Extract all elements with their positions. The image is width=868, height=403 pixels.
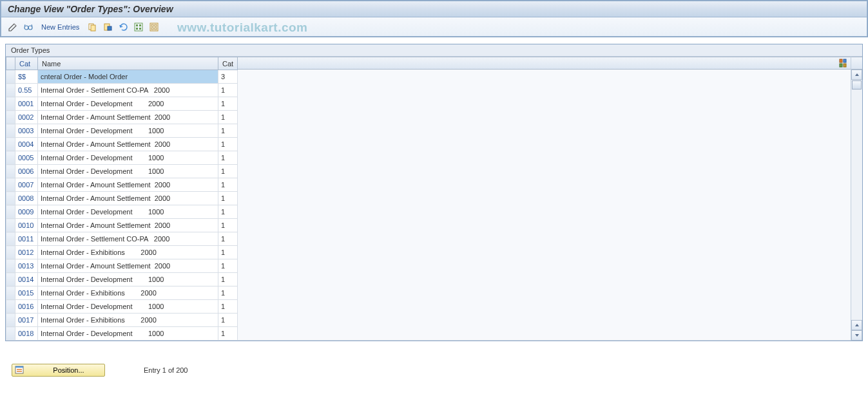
cell-cat[interactable]: 0007 bbox=[15, 178, 38, 192]
cell-cat[interactable]: 0005 bbox=[15, 151, 38, 165]
cell-cat[interactable]: $$ bbox=[15, 70, 38, 84]
cell-cat[interactable]: 0015 bbox=[15, 286, 38, 300]
table-row[interactable]: 0012Internal Order - Exhibitions 20001 bbox=[6, 246, 238, 259]
column-header-name[interactable]: Name bbox=[38, 57, 218, 70]
cell-name[interactable]: cnteral Order - Model Order bbox=[38, 70, 218, 84]
row-selector-header[interactable] bbox=[6, 57, 15, 70]
cell-name[interactable]: Internal Order - Amount Settlement 2000 bbox=[38, 138, 218, 151]
deselect-all-icon[interactable] bbox=[148, 21, 160, 33]
row-selector[interactable] bbox=[6, 232, 15, 246]
cell-name[interactable]: Internal Order - Amount Settlement 2000 bbox=[38, 259, 218, 273]
table-row[interactable]: 0005Internal Order - Development 10001 bbox=[6, 151, 238, 165]
scroll-thumb[interactable] bbox=[852, 80, 862, 89]
row-selector[interactable] bbox=[6, 165, 15, 178]
glasses-icon[interactable] bbox=[22, 21, 35, 33]
table-row[interactable]: 0007Internal Order - Amount Settlement 2… bbox=[6, 178, 238, 192]
cell-cat2[interactable]: 1 bbox=[218, 259, 238, 273]
cell-name[interactable]: Internal Order - Amount Settlement 2000 bbox=[38, 178, 218, 192]
row-selector[interactable] bbox=[6, 124, 15, 138]
table-settings-icon[interactable] bbox=[838, 58, 849, 68]
cell-name[interactable]: Internal Order - Exhibitions 2000 bbox=[38, 246, 218, 259]
change-icon[interactable] bbox=[6, 21, 19, 33]
cell-cat2[interactable]: 1 bbox=[218, 138, 238, 151]
cell-cat[interactable]: 0018 bbox=[15, 327, 38, 341]
cell-name[interactable]: Internal Order - Exhibitions 2000 bbox=[38, 314, 218, 327]
cell-name[interactable]: Internal Order - Development 1000 bbox=[38, 327, 218, 341]
cell-cat2[interactable]: 1 bbox=[218, 232, 238, 246]
cell-cat[interactable]: 0001 bbox=[15, 97, 38, 111]
row-selector[interactable] bbox=[6, 151, 15, 165]
table-row[interactable]: 0008Internal Order - Amount Settlement 2… bbox=[6, 192, 238, 205]
row-selector[interactable] bbox=[6, 84, 15, 97]
table-row[interactable]: 0013Internal Order - Amount Settlement 2… bbox=[6, 259, 238, 273]
cell-cat2[interactable]: 1 bbox=[218, 124, 238, 138]
cell-cat[interactable]: 0.55 bbox=[15, 84, 38, 97]
cell-cat[interactable]: 0002 bbox=[15, 111, 38, 124]
cell-cat2[interactable]: 1 bbox=[218, 192, 238, 205]
cell-cat2[interactable]: 1 bbox=[218, 165, 238, 178]
cell-name[interactable]: Internal Order - Amount Settlement 2000 bbox=[38, 111, 218, 124]
cell-cat[interactable]: 0009 bbox=[15, 205, 38, 219]
cell-name[interactable]: Internal Order - Amount Settlement 2000 bbox=[38, 219, 218, 232]
cell-cat2[interactable]: 1 bbox=[218, 111, 238, 124]
table-row[interactable]: 0011Internal Order - Settlement CO-PA 20… bbox=[6, 232, 238, 246]
scroll-up-icon[interactable] bbox=[851, 70, 862, 80]
cell-cat[interactable]: 0003 bbox=[15, 124, 38, 138]
cell-name[interactable]: Internal Order - Exhibitions 2000 bbox=[38, 286, 218, 300]
select-all-icon[interactable] bbox=[132, 21, 145, 33]
cell-cat2[interactable]: 1 bbox=[218, 246, 238, 259]
cell-cat[interactable]: 0012 bbox=[15, 246, 38, 259]
scroll-track[interactable] bbox=[851, 90, 862, 320]
table-row[interactable]: 0004Internal Order - Amount Settlement 2… bbox=[6, 138, 238, 151]
row-selector[interactable] bbox=[6, 286, 15, 300]
cell-cat[interactable]: 0010 bbox=[15, 219, 38, 232]
table-row[interactable]: 0.55Internal Order - Settlement CO-PA 20… bbox=[6, 84, 238, 97]
table-row[interactable]: 0010Internal Order - Amount Settlement 2… bbox=[6, 219, 238, 232]
row-selector[interactable] bbox=[6, 192, 15, 205]
row-selector[interactable] bbox=[6, 219, 15, 232]
new-entries-button[interactable]: New Entries bbox=[41, 23, 79, 31]
cell-name[interactable]: Internal Order - Development 1000 bbox=[38, 300, 218, 314]
undo-icon[interactable] bbox=[117, 21, 130, 33]
cell-cat[interactable]: 0004 bbox=[15, 138, 38, 151]
row-selector[interactable] bbox=[6, 178, 15, 192]
row-selector[interactable] bbox=[6, 273, 15, 286]
cell-cat2[interactable]: 1 bbox=[218, 314, 238, 327]
table-row[interactable]: 0015Internal Order - Exhibitions 20001 bbox=[6, 286, 238, 300]
vertical-scrollbar[interactable] bbox=[851, 57, 862, 341]
table-row[interactable]: 0014Internal Order - Development 10001 bbox=[6, 273, 238, 286]
row-selector[interactable] bbox=[6, 300, 15, 314]
scroll-page-up-icon[interactable] bbox=[851, 320, 862, 330]
cell-name[interactable]: Internal Order - Settlement CO-PA 2000 bbox=[38, 232, 218, 246]
cell-cat2[interactable]: 1 bbox=[218, 300, 238, 314]
cell-name[interactable]: Internal Order - Settlement CO-PA 2000 bbox=[38, 84, 218, 97]
table-row[interactable]: 0017Internal Order - Exhibitions 20001 bbox=[6, 314, 238, 327]
row-selector[interactable] bbox=[6, 259, 15, 273]
cell-cat2[interactable]: 1 bbox=[218, 205, 238, 219]
cell-cat2[interactable]: 1 bbox=[218, 178, 238, 192]
cell-cat[interactable]: 0014 bbox=[15, 273, 38, 286]
delete-icon[interactable] bbox=[101, 21, 114, 33]
table-row[interactable]: $$cnteral Order - Model Order3 bbox=[6, 70, 238, 84]
cell-cat2[interactable]: 1 bbox=[218, 286, 238, 300]
row-selector[interactable] bbox=[6, 314, 15, 327]
table-row[interactable]: 0009Internal Order - Development 10001 bbox=[6, 205, 238, 219]
copy-icon[interactable] bbox=[86, 21, 99, 33]
row-selector[interactable] bbox=[6, 327, 15, 341]
column-header-cat[interactable]: Cat bbox=[15, 57, 38, 70]
cell-cat[interactable]: 0016 bbox=[15, 300, 38, 314]
cell-cat[interactable]: 0008 bbox=[15, 192, 38, 205]
cell-cat2[interactable]: 1 bbox=[218, 273, 238, 286]
cell-cat2[interactable]: 3 bbox=[218, 70, 238, 84]
cell-name[interactable]: Internal Order - Amount Settlement 2000 bbox=[38, 192, 218, 205]
cell-name[interactable]: Internal Order - Development 2000 bbox=[38, 97, 218, 111]
cell-name[interactable]: Internal Order - Development 1000 bbox=[38, 205, 218, 219]
row-selector[interactable] bbox=[6, 138, 15, 151]
row-selector[interactable] bbox=[6, 205, 15, 219]
cell-name[interactable]: Internal Order - Development 1000 bbox=[38, 273, 218, 286]
cell-cat[interactable]: 0006 bbox=[15, 165, 38, 178]
scroll-down-icon[interactable] bbox=[851, 330, 862, 341]
table-row[interactable]: 0002Internal Order - Amount Settlement 2… bbox=[6, 111, 238, 124]
cell-name[interactable]: Internal Order - Development 1000 bbox=[38, 151, 218, 165]
column-header-cat2[interactable]: Cat bbox=[218, 57, 238, 70]
